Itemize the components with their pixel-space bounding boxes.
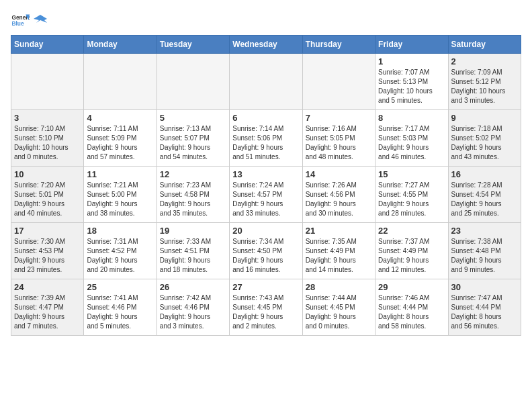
calendar-cell	[230, 54, 302, 110]
calendar-cell: 1Sunrise: 7:07 AM Sunset: 5:13 PM Daylig…	[375, 54, 448, 110]
calendar-week-2: 3Sunrise: 7:10 AM Sunset: 5:10 PM Daylig…	[11, 110, 521, 167]
calendar-cell: 26Sunrise: 7:42 AM Sunset: 4:46 PM Dayli…	[157, 279, 229, 336]
day-number: 30	[451, 282, 518, 292]
day-info: Sunrise: 7:27 AM Sunset: 4:55 PM Dayligh…	[378, 181, 445, 218]
header: General Blue	[11, 11, 521, 30]
calendar-cell: 10Sunrise: 7:20 AM Sunset: 5:01 PM Dayli…	[11, 167, 84, 223]
header-thursday: Thursday	[302, 36, 375, 54]
calendar-cell: 25Sunrise: 7:41 AM Sunset: 4:46 PM Dayli…	[84, 279, 157, 336]
day-info: Sunrise: 7:33 AM Sunset: 4:51 PM Dayligh…	[160, 237, 226, 275]
logo-bird-icon	[34, 13, 47, 27]
calendar-cell: 23Sunrise: 7:38 AM Sunset: 4:48 PM Dayli…	[448, 223, 521, 279]
day-info: Sunrise: 7:47 AM Sunset: 4:44 PM Dayligh…	[451, 293, 518, 331]
day-number: 21	[306, 226, 372, 236]
day-number: 23	[451, 226, 518, 236]
calendar-cell	[302, 54, 375, 110]
day-info: Sunrise: 7:20 AM Sunset: 5:01 PM Dayligh…	[14, 181, 81, 218]
calendar-cell: 28Sunrise: 7:44 AM Sunset: 4:45 PM Dayli…	[302, 279, 375, 336]
header-tuesday: Tuesday	[157, 36, 229, 54]
header-saturday: Saturday	[448, 36, 521, 54]
day-number: 8	[378, 113, 445, 123]
calendar-cell	[84, 54, 157, 110]
day-info: Sunrise: 7:35 AM Sunset: 4:49 PM Dayligh…	[306, 237, 372, 275]
day-number: 16	[451, 169, 518, 179]
day-info: Sunrise: 7:14 AM Sunset: 5:06 PM Dayligh…	[232, 124, 299, 162]
day-number: 24	[14, 282, 81, 292]
day-number: 6	[232, 113, 299, 123]
day-number: 14	[306, 169, 372, 179]
calendar-cell: 5Sunrise: 7:13 AM Sunset: 5:07 PM Daylig…	[157, 110, 229, 167]
day-number: 2	[451, 56, 518, 66]
header-friday: Friday	[375, 36, 448, 54]
calendar-cell: 17Sunrise: 7:30 AM Sunset: 4:53 PM Dayli…	[11, 223, 84, 279]
day-info: Sunrise: 7:31 AM Sunset: 4:52 PM Dayligh…	[87, 237, 153, 275]
calendar-cell: 11Sunrise: 7:21 AM Sunset: 5:00 PM Dayli…	[84, 167, 157, 223]
day-number: 28	[306, 282, 372, 292]
day-info: Sunrise: 7:43 AM Sunset: 4:45 PM Dayligh…	[232, 293, 299, 331]
day-number: 11	[87, 169, 153, 179]
day-number: 27	[232, 282, 299, 292]
day-number: 18	[87, 226, 153, 236]
calendar-table: SundayMondayTuesdayWednesdayThursdayFrid…	[11, 35, 521, 336]
day-info: Sunrise: 7:24 AM Sunset: 4:57 PM Dayligh…	[232, 181, 299, 218]
day-number: 7	[306, 113, 372, 123]
calendar-cell: 12Sunrise: 7:23 AM Sunset: 4:58 PM Dayli…	[157, 167, 229, 223]
calendar-cell: 4Sunrise: 7:11 AM Sunset: 5:09 PM Daylig…	[84, 110, 157, 167]
day-number: 10	[14, 169, 81, 179]
day-number: 3	[14, 113, 81, 123]
day-number: 13	[232, 169, 299, 179]
day-number: 25	[87, 282, 153, 292]
day-info: Sunrise: 7:21 AM Sunset: 5:00 PM Dayligh…	[87, 181, 153, 218]
day-number: 29	[378, 282, 445, 292]
calendar-week-3: 10Sunrise: 7:20 AM Sunset: 5:01 PM Dayli…	[11, 167, 521, 223]
header-wednesday: Wednesday	[230, 36, 302, 54]
day-info: Sunrise: 7:42 AM Sunset: 4:46 PM Dayligh…	[160, 293, 226, 331]
day-info: Sunrise: 7:46 AM Sunset: 4:44 PM Dayligh…	[378, 293, 445, 331]
calendar-week-5: 24Sunrise: 7:39 AM Sunset: 4:47 PM Dayli…	[11, 279, 521, 336]
calendar-cell: 22Sunrise: 7:37 AM Sunset: 4:49 PM Dayli…	[375, 223, 448, 279]
calendar-cell: 2Sunrise: 7:09 AM Sunset: 5:12 PM Daylig…	[448, 54, 521, 110]
day-info: Sunrise: 7:37 AM Sunset: 4:49 PM Dayligh…	[378, 237, 445, 275]
day-number: 19	[160, 226, 226, 236]
day-info: Sunrise: 7:16 AM Sunset: 5:05 PM Dayligh…	[306, 124, 372, 162]
day-info: Sunrise: 7:41 AM Sunset: 4:46 PM Dayligh…	[87, 293, 153, 331]
day-number: 17	[14, 226, 81, 236]
calendar-week-1: 1Sunrise: 7:07 AM Sunset: 5:13 PM Daylig…	[11, 54, 521, 110]
day-number: 20	[232, 226, 299, 236]
calendar-cell: 18Sunrise: 7:31 AM Sunset: 4:52 PM Dayli…	[84, 223, 157, 279]
calendar-cell: 13Sunrise: 7:24 AM Sunset: 4:57 PM Dayli…	[230, 167, 302, 223]
day-number: 22	[378, 226, 445, 236]
day-info: Sunrise: 7:11 AM Sunset: 5:09 PM Dayligh…	[87, 124, 153, 162]
day-number: 4	[87, 113, 153, 123]
calendar-cell: 6Sunrise: 7:14 AM Sunset: 5:06 PM Daylig…	[230, 110, 302, 167]
day-info: Sunrise: 7:09 AM Sunset: 5:12 PM Dayligh…	[451, 68, 518, 105]
calendar-cell: 8Sunrise: 7:17 AM Sunset: 5:03 PM Daylig…	[375, 110, 448, 167]
day-number: 15	[378, 169, 445, 179]
calendar-cell: 30Sunrise: 7:47 AM Sunset: 4:44 PM Dayli…	[448, 279, 521, 336]
calendar-cell: 9Sunrise: 7:18 AM Sunset: 5:02 PM Daylig…	[448, 110, 521, 167]
calendar-cell: 20Sunrise: 7:34 AM Sunset: 4:50 PM Dayli…	[230, 223, 302, 279]
day-info: Sunrise: 7:13 AM Sunset: 5:07 PM Dayligh…	[160, 124, 226, 162]
day-info: Sunrise: 7:44 AM Sunset: 4:45 PM Dayligh…	[306, 293, 372, 331]
day-info: Sunrise: 7:39 AM Sunset: 4:47 PM Dayligh…	[14, 293, 81, 331]
day-info: Sunrise: 7:17 AM Sunset: 5:03 PM Dayligh…	[378, 124, 445, 162]
header-sunday: Sunday	[11, 36, 84, 54]
calendar-cell: 21Sunrise: 7:35 AM Sunset: 4:49 PM Dayli…	[302, 223, 375, 279]
calendar-cell	[11, 54, 84, 110]
day-number: 26	[160, 282, 226, 292]
calendar-cell: 15Sunrise: 7:27 AM Sunset: 4:55 PM Dayli…	[375, 167, 448, 223]
day-number: 1	[378, 56, 445, 66]
day-info: Sunrise: 7:23 AM Sunset: 4:58 PM Dayligh…	[160, 181, 226, 218]
logo-icon: General Blue	[11, 11, 30, 30]
calendar-cell: 19Sunrise: 7:33 AM Sunset: 4:51 PM Dayli…	[157, 223, 229, 279]
calendar-cell: 7Sunrise: 7:16 AM Sunset: 5:05 PM Daylig…	[302, 110, 375, 167]
day-info: Sunrise: 7:28 AM Sunset: 4:54 PM Dayligh…	[451, 181, 518, 218]
day-number: 9	[451, 113, 518, 123]
day-info: Sunrise: 7:26 AM Sunset: 4:56 PM Dayligh…	[306, 181, 372, 218]
day-info: Sunrise: 7:30 AM Sunset: 4:53 PM Dayligh…	[14, 237, 81, 275]
day-info: Sunrise: 7:07 AM Sunset: 5:13 PM Dayligh…	[378, 68, 445, 105]
calendar-week-4: 17Sunrise: 7:30 AM Sunset: 4:53 PM Dayli…	[11, 223, 521, 279]
svg-text:Blue: Blue	[11, 20, 24, 27]
calendar-header-row: SundayMondayTuesdayWednesdayThursdayFrid…	[11, 36, 521, 54]
day-number: 5	[160, 113, 226, 123]
